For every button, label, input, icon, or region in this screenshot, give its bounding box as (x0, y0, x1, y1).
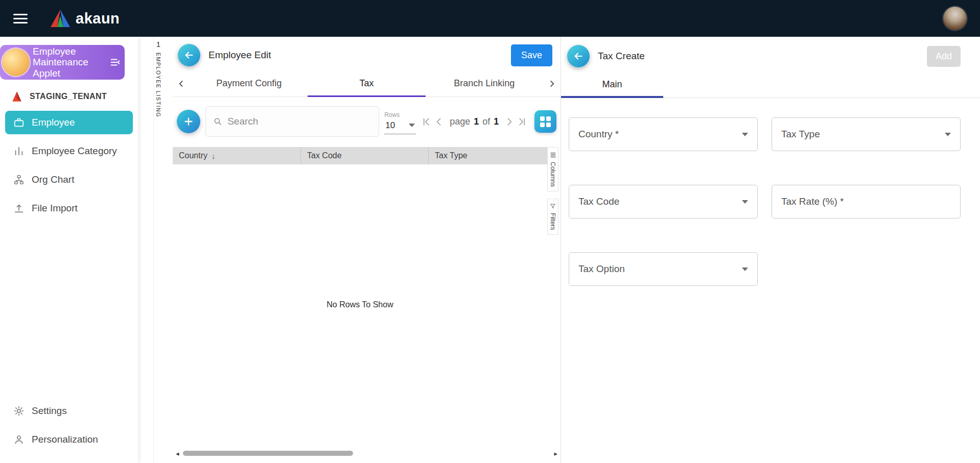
horizontal-scrollbar: ◂ ▸ (173, 449, 561, 458)
nav-label: Org Chart (32, 174, 74, 185)
table-side-panel-tabs: Columns Filters (547, 147, 558, 235)
applet-avatar-icon (2, 48, 30, 76)
sidebar-item-personalization[interactable]: Personalization (5, 428, 133, 451)
tax-option-select[interactable]: Tax Option (569, 252, 758, 286)
tab-payment-config[interactable]: Payment Config (190, 70, 308, 96)
employee-edit-tabs: Payment Config Tax Branch Linking (173, 70, 561, 97)
menu-collapse-icon[interactable] (109, 57, 121, 68)
listing-label[interactable]: EMPLOYEE LISTING (155, 53, 161, 117)
nav-label: Settings (32, 405, 67, 417)
table-header-row: Country ↓ Tax Code Tax Type (173, 147, 547, 164)
tax-create-panel: Tax Create Add Main Country * Tax Type T… (561, 37, 980, 463)
rows-label: Rows (384, 111, 416, 118)
back-button[interactable] (178, 44, 200, 66)
sidebar-spacer (0, 223, 138, 397)
column-header-tax-type[interactable]: Tax Type (428, 147, 547, 164)
search-box (205, 106, 379, 137)
prev-page-button[interactable] (434, 116, 445, 127)
bar-chart-icon (13, 145, 25, 157)
tab-branch-linking[interactable]: Branch Linking (426, 70, 543, 96)
sidebar-item-file-import[interactable]: File Import (5, 197, 133, 220)
gear-icon (13, 405, 25, 417)
user-avatar[interactable] (943, 7, 967, 30)
sidebar: Employee Maintenance Applet STAGING_TENA… (0, 37, 138, 463)
scroll-left-icon[interactable]: ◂ (176, 450, 179, 457)
brand-logo[interactable]: akaun (50, 9, 120, 28)
sidebar-item-org-chart[interactable]: Org Chart (5, 168, 133, 191)
tax-create-form: Country * Tax Type Tax Code Tax Rate (%)… (569, 117, 980, 286)
sort-desc-icon[interactable]: ↓ (212, 152, 216, 160)
hamburger-menu-icon[interactable] (13, 14, 29, 23)
tax-table: Country ↓ Tax Code Tax Type No Rows To S… (173, 147, 547, 445)
nav-label: Personalization (32, 434, 98, 445)
tax-code-select[interactable]: Tax Code (569, 185, 758, 218)
tax-toolbar: Rows 10 page 1 of 1 (173, 97, 561, 140)
tenant-icon (10, 90, 24, 103)
column-header-country[interactable]: Country ↓ (173, 147, 300, 164)
current-page: 1 (474, 116, 479, 127)
applet-label: Employee Maintenance Applet (33, 46, 106, 79)
columns-panel-tab[interactable]: Columns (547, 147, 558, 191)
tax-create-tabs: Main (561, 71, 980, 98)
back-arrow-icon (573, 51, 584, 62)
brand-name: akaun (76, 10, 120, 27)
sidebar-item-settings[interactable]: Settings (5, 399, 133, 423)
grid-view-button[interactable] (534, 110, 556, 133)
tax-type-select[interactable]: Tax Type (772, 117, 961, 151)
employee-listing-strip: 1 EMPLOYEE LISTING (138, 37, 173, 463)
tabs-scroll-right-icon[interactable] (543, 79, 561, 89)
filters-panel-tab[interactable]: Filters (547, 199, 558, 235)
sidebar-item-employee[interactable]: Employee (5, 111, 133, 134)
column-header-tax-code[interactable]: Tax Code (300, 147, 428, 164)
nav-label: Employee Category (32, 145, 117, 157)
nav-label: Employee (32, 117, 75, 128)
tab-main[interactable]: Main (561, 71, 663, 98)
add-button-disabled[interactable]: Add (927, 46, 961, 67)
first-page-button[interactable] (421, 116, 432, 127)
employee-edit-header: Employee Edit Save (173, 37, 561, 70)
chevron-down-icon (409, 124, 415, 127)
rows-per-page-select[interactable]: Rows 10 (384, 111, 416, 134)
page-indicator: page 1 of 1 (450, 116, 499, 127)
employee-edit-panel: Employee Edit Save Payment Config Tax Br… (173, 37, 561, 463)
topbar: akaun (0, 0, 980, 37)
sidebar-applet-header[interactable]: Employee Maintenance Applet (0, 45, 125, 80)
tab-tax[interactable]: Tax (308, 70, 425, 96)
tax-create-header: Tax Create Add (561, 37, 980, 71)
page-title: Tax Create (598, 51, 645, 62)
org-chart-icon (13, 174, 25, 185)
tabs-scroll-left-icon[interactable] (173, 79, 190, 89)
sidebar-item-tenant[interactable]: STAGING_TENANT (0, 80, 138, 108)
briefcase-icon (13, 117, 25, 128)
save-button[interactable]: Save (511, 44, 552, 66)
back-button[interactable] (567, 45, 590, 67)
workspace: 1 EMPLOYEE LISTING Employee Edit Save Pa… (138, 37, 980, 463)
next-page-button[interactable] (504, 116, 515, 127)
add-row-button[interactable] (177, 110, 200, 133)
empty-rows-message: No Rows To Show (326, 300, 393, 309)
page-title: Employee Edit (208, 50, 271, 61)
search-input[interactable] (227, 116, 371, 127)
country-select[interactable]: Country * (569, 117, 758, 151)
upload-icon (13, 203, 25, 214)
last-page-button[interactable] (517, 116, 527, 127)
table-body: No Rows To Show (173, 164, 547, 445)
plus-icon (183, 116, 194, 127)
listing-index: 1 (156, 40, 160, 48)
nav-label: File Import (32, 203, 78, 214)
akaun-logo-icon (50, 9, 71, 28)
sidebar-item-employee-category[interactable]: Employee Category (5, 139, 133, 163)
chevron-down-icon (945, 133, 951, 136)
scroll-right-icon[interactable]: ▸ (554, 450, 557, 457)
rows-value: 10 (385, 120, 395, 131)
scrollbar-thumb[interactable] (183, 451, 353, 456)
back-arrow-icon (183, 50, 195, 61)
grid-icon (540, 116, 551, 127)
pagination: page 1 of 1 (421, 116, 527, 127)
scrollbar-track[interactable] (182, 451, 552, 456)
tax-table-area: Country ↓ Tax Code Tax Type No Rows To S… (173, 147, 561, 445)
chevron-down-icon (742, 200, 748, 204)
total-pages: 1 (494, 116, 499, 127)
columns-icon (550, 152, 556, 158)
tax-rate-input[interactable]: Tax Rate (%) * (772, 185, 961, 218)
